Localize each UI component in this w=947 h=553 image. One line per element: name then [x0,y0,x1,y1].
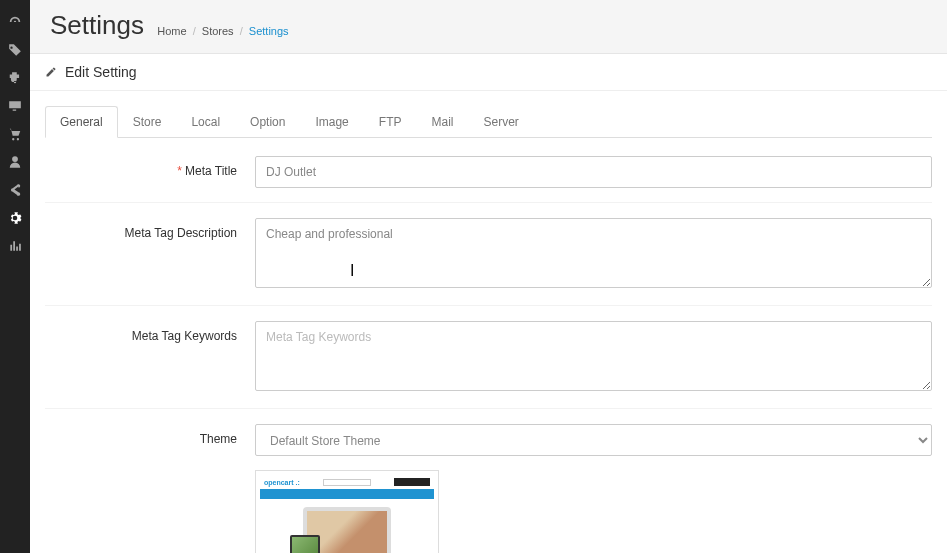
theme-preview: opencart .: — • — [255,470,439,553]
label-meta-keywords: Meta Tag Keywords [45,321,255,343]
preview-cart-btn [394,478,430,486]
breadcrumb-current: Settings [249,25,289,37]
tab-image[interactable]: Image [300,106,363,138]
sidebar-tags[interactable] [0,36,30,64]
meta-title-input[interactable] [255,156,932,188]
meta-description-input[interactable]: Cheap and professional [255,218,932,288]
breadcrumb-stores[interactable]: Stores [202,25,234,37]
tab-store[interactable]: Store [118,106,177,138]
main-content: Settings Home / Stores / Settings Edit S… [30,0,947,553]
preview-nav [260,489,434,499]
chart-icon [8,239,22,253]
tab-ftp[interactable]: FTP [364,106,417,138]
row-meta-description: Meta Tag Description Cheap and professio… [45,218,932,306]
preview-search [323,479,371,486]
sidebar-settings[interactable] [0,204,30,232]
admin-sidebar [0,0,30,553]
sidebar-plugin[interactable] [0,64,30,92]
row-theme: Theme Default Store Theme opencart .: [45,424,932,553]
label-meta-title: *Meta Title [45,156,255,178]
sidebar-dashboard[interactable] [0,8,30,36]
row-meta-title: *Meta Title [45,156,932,203]
panel-title: Edit Setting [65,64,137,80]
tab-general[interactable]: General [45,106,118,138]
cart-icon [8,127,22,141]
settings-tabs: General Store Local Option Image FTP Mai… [45,106,932,138]
tags-icon [8,43,22,57]
theme-select[interactable]: Default Store Theme [255,424,932,456]
sidebar-monitor[interactable] [0,92,30,120]
user-icon [8,155,22,169]
tab-option[interactable]: Option [235,106,300,138]
row-meta-keywords: Meta Tag Keywords [45,321,932,409]
preview-hero [260,499,434,553]
plugin-icon [8,71,22,85]
pencil-icon [45,66,57,78]
monitor-icon [8,99,22,113]
breadcrumb-home[interactable]: Home [157,25,186,37]
tab-server[interactable]: Server [468,106,533,138]
sidebar-cart[interactable] [0,120,30,148]
share-icon [8,183,22,197]
text-cursor-icon: I [350,262,354,280]
dashboard-icon [8,15,22,29]
tab-local[interactable]: Local [176,106,235,138]
edit-setting-panel: Edit Setting General Store Local Option … [30,54,947,553]
meta-keywords-input[interactable] [255,321,932,391]
label-theme: Theme [45,424,255,446]
preview-tablet-icon [290,535,320,553]
label-meta-description: Meta Tag Description [45,218,255,240]
sidebar-user[interactable] [0,148,30,176]
required-star: * [177,164,182,178]
panel-heading: Edit Setting [30,54,947,91]
breadcrumb: Home / Stores / Settings [157,25,288,37]
tab-mail[interactable]: Mail [416,106,468,138]
page-header: Settings Home / Stores / Settings [30,0,947,54]
preview-logo: opencart .: [264,479,300,486]
page-title: Settings [50,10,144,41]
sidebar-share[interactable] [0,176,30,204]
gear-icon [8,211,22,225]
sidebar-reports[interactable] [0,232,30,260]
